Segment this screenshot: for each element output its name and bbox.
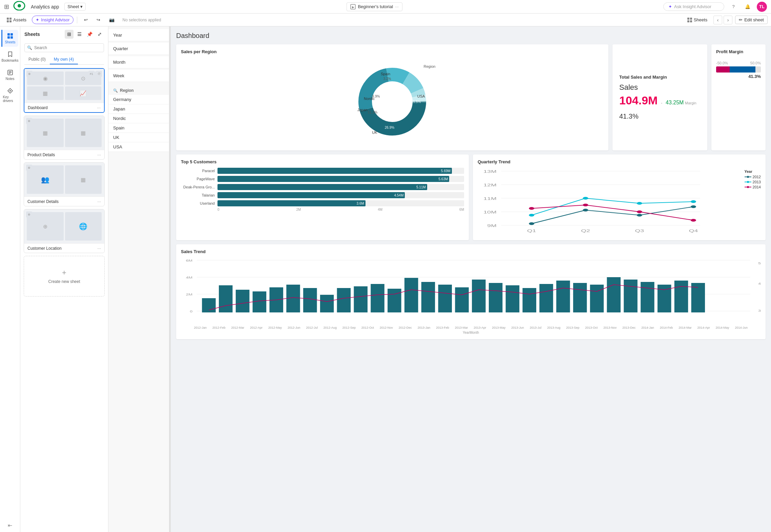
sheet-more-customer[interactable]: ··· (97, 199, 101, 204)
pin-view-btn[interactable]: 📌 (85, 30, 94, 39)
sheet-name-location: Customer Location (27, 246, 62, 251)
sheet-card-customer[interactable]: ⊕ 👥 ▦ Customer Details ··· (24, 162, 105, 206)
key-drivers-icon (7, 87, 14, 94)
filter-week[interactable]: Week (108, 70, 169, 82)
sheet-more-dashboard[interactable]: ··· (97, 105, 101, 110)
expand-view-btn[interactable]: ⤢ (95, 30, 104, 39)
thumb-cell-3: ▦ (27, 86, 64, 100)
snapshot-button[interactable]: 📷 (106, 16, 118, 24)
filter-year[interactable]: Year (108, 29, 169, 41)
svg-text:UK: UK (372, 130, 377, 135)
svg-point-20 (9, 90, 11, 91)
tab-my-own[interactable]: My own (4) (50, 55, 78, 64)
svg-point-55 (637, 214, 642, 217)
pm-negative (716, 66, 730, 73)
svg-rect-107 (624, 280, 637, 312)
sheet-more-product[interactable]: ··· (97, 152, 101, 157)
edit-icon: ✏ (739, 17, 743, 22)
nav-prev[interactable]: ‹ (713, 16, 722, 24)
assets-button[interactable]: Assets (3, 16, 30, 24)
svg-text:Japan: Japan (357, 108, 368, 112)
sidebar-collapse[interactable]: ⇤ (8, 522, 12, 532)
bar-track-1: 5.63M (217, 176, 464, 182)
avatar[interactable]: TL (757, 2, 767, 12)
thumb-cell-loc-2: 🌐 (65, 212, 102, 241)
svg-point-61 (529, 207, 534, 210)
thumb-icon-clock: ⏱ (96, 71, 102, 77)
filter-region-japan[interactable]: Japan (108, 104, 169, 114)
sidebar-item-notes[interactable]: Notes (2, 66, 19, 83)
tutorial-icon: ▶ (350, 4, 356, 9)
svg-point-28 (374, 83, 411, 120)
svg-rect-10 (687, 20, 689, 22)
create-new-sheet-button[interactable]: + Create new sheet (24, 256, 105, 296)
help-icon[interactable]: ? (728, 2, 738, 12)
edit-sheet-button[interactable]: ✏ Edit sheet (735, 16, 768, 24)
forward-button[interactable]: ↪ (93, 16, 104, 24)
pm-min: -50.0% (716, 61, 728, 65)
bar-label-1: PageWave (181, 177, 215, 181)
svg-rect-91 (354, 286, 367, 312)
filter-region-nordic[interactable]: Nordic (108, 114, 169, 123)
svg-rect-93 (388, 289, 401, 312)
search-input[interactable] (24, 43, 104, 52)
svg-text:13M: 13M (483, 170, 497, 173)
total-sales-margin-card: Total Sales and Margin Sales 104.9M - 43… (612, 44, 707, 150)
svg-rect-101 (523, 288, 536, 312)
sidebar-item-bookmarks[interactable]: Bookmarks (2, 48, 19, 65)
notifications-icon[interactable]: 🔔 (743, 2, 753, 12)
sheet-dropdown[interactable]: Sheet ▾ (64, 3, 86, 11)
sheet-name-customer: Customer Details (27, 199, 59, 204)
quarterly-svg: 13M 12M 11M 10M 9M Q1 Q2 (478, 168, 761, 236)
qlik-logo (13, 1, 25, 13)
filter-region-usa[interactable]: USA (108, 142, 169, 152)
filter-month[interactable]: Month (108, 56, 169, 68)
svg-rect-90 (337, 288, 351, 312)
list-view-btn[interactable]: ☰ (75, 30, 84, 39)
sheet-more-location[interactable]: ··· (97, 246, 101, 251)
sheets-view-buttons: ⊞ ☰ 📌 ⤢ (65, 30, 104, 39)
search-icon: 🔍 (27, 45, 32, 50)
sheets-search-box: 🔍 (24, 43, 104, 52)
filter-region-uk[interactable]: UK (108, 133, 169, 142)
ask-insight-button[interactable]: ✦ Ask Insight Advisor (663, 2, 724, 11)
sheet-card-product[interactable]: ⊕ ▦ ▦ Product Details ··· (24, 116, 105, 160)
quarterly-chart-area: 13M 12M 11M 10M 9M Q1 Q2 (478, 168, 761, 236)
bar-label-0: Paracel (181, 169, 215, 173)
sheets-view-button[interactable]: Sheets (684, 16, 711, 24)
sheet-card-location[interactable]: ⊕ ⊕ 🌐 Customer Location ··· (24, 209, 105, 253)
thumb-cell-loc-1: ⊕ (27, 212, 64, 241)
nav-next[interactable]: › (724, 16, 732, 24)
toolbar: Assets ✦ Insight Advisor ↩ ↪ 📷 No select… (0, 14, 771, 26)
svg-text:11.3%: 11.3% (368, 110, 377, 114)
svg-rect-92 (371, 284, 384, 312)
sidebar-item-sheets[interactable]: Sheets (1, 30, 18, 47)
margin-value: 43.25M (666, 100, 684, 105)
svg-point-57 (529, 214, 534, 217)
filter-quarter[interactable]: Quarter (108, 43, 169, 55)
back-button[interactable]: ↩ (81, 16, 91, 24)
pm-value: 41.3% (716, 74, 761, 79)
svg-rect-87 (286, 285, 300, 312)
toolbar-right: Sheets ‹ › ✏ Edit sheet (684, 16, 768, 24)
legend-year-label: Year (745, 169, 761, 173)
svg-text:30: 30 (758, 309, 761, 312)
filter-region-germany[interactable]: Germany (108, 95, 169, 104)
svg-rect-94 (404, 278, 418, 312)
app-grid-icon[interactable]: ⊞ (4, 3, 9, 11)
svg-text:Region: Region (424, 64, 436, 68)
insight-advisor-button[interactable]: ✦ Insight Advisor (32, 16, 74, 24)
filter-region-spain[interactable]: Spain (108, 123, 169, 133)
tutorial-button[interactable]: ▶ Beginner's tutorial ··· (347, 2, 402, 11)
sheet-card-dashboard[interactable]: ⊕ #1 ⏱ ◉ ⊙ ▦ 📈 Dashboard ··· (24, 68, 105, 113)
svg-text:Q4: Q4 (689, 229, 698, 233)
grid-view-btn[interactable]: ⊞ (65, 30, 74, 39)
filter-panel: Year Quarter Month Week 🔍 Region Germany… (108, 26, 169, 532)
tab-public[interactable]: Public (0) (24, 55, 50, 64)
svg-rect-15 (11, 36, 13, 39)
sidebar-item-key-drivers[interactable]: Key drivers (2, 85, 19, 105)
main-content: Dashboard Sales per Region Region (171, 26, 771, 532)
sparkle-icon: ✦ (668, 4, 672, 9)
bar-track-3: 4.54M (217, 192, 464, 198)
legend-2012: 2012 (745, 175, 761, 179)
